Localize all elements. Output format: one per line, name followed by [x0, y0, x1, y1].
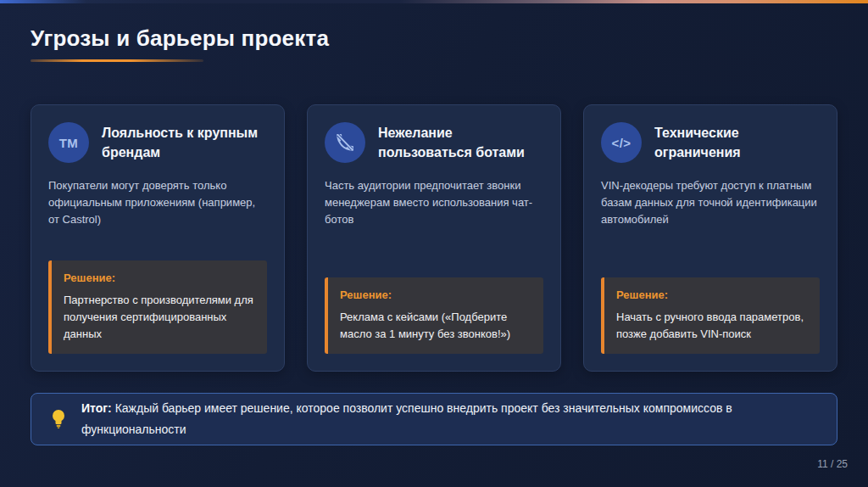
solution-box: Решение: Начать с ручного ввода параметр…: [601, 277, 820, 354]
slide-header: Угрозы и барьеры проекта: [31, 25, 329, 62]
card-description: Покупатели могут доверять только официал…: [48, 177, 267, 228]
solution-text: Партнерство с производителями для получе…: [64, 292, 254, 343]
solution-box: Решение: Реклама с кейсами («Подберите м…: [325, 277, 543, 354]
solution-box: Решение: Партнерство с производителями д…: [48, 260, 267, 354]
summary-text: Итог: Каждый барьер имеет решение, котор…: [81, 398, 818, 440]
solution-text: Реклама с кейсами («Подберите масло за 1…: [340, 309, 531, 343]
card-title: Нежелание пользоваться ботами: [378, 123, 543, 162]
threat-cards-row: TM Лояльность к крупным брендам Покупате…: [31, 104, 837, 372]
phone-slash-icon-glyph: [334, 132, 356, 154]
solution-label: Решение:: [64, 271, 254, 284]
card-title: Технические ограничения: [654, 123, 820, 162]
code-icon-text: </>: [611, 136, 631, 150]
card-header: </> Технические ограничения: [601, 122, 820, 163]
solution-label: Решение:: [340, 288, 531, 301]
threat-card-technical-limits: </> Технические ограничения VIN-декодеры…: [583, 104, 837, 372]
card-title: Лояльность к крупным брендам: [102, 123, 267, 162]
card-description: Часть аудитории предпочитает звонки мене…: [325, 177, 543, 228]
top-accent-bar: [0, 0, 868, 3]
solution-label: Решение:: [616, 288, 807, 301]
card-header: Нежелание пользоваться ботами: [325, 122, 543, 163]
threat-card-bot-reluctance: Нежелание пользоваться ботами Часть ауди…: [307, 104, 561, 372]
phone-slash-icon: [325, 122, 365, 163]
lightbulb-icon: [50, 408, 67, 430]
title-underline: [31, 59, 203, 62]
page-number: 11 / 25: [817, 458, 848, 470]
threat-card-brand-loyalty: TM Лояльность к крупным брендам Покупате…: [31, 104, 285, 372]
card-description: VIN-декодеры требуют доступ к платным ба…: [601, 177, 820, 228]
card-header: TM Лояльность к крупным брендам: [48, 122, 267, 163]
summary-label: Итог:: [81, 401, 112, 415]
code-icon: </>: [601, 122, 642, 163]
trademark-icon-text: TM: [59, 136, 79, 150]
solution-text: Начать с ручного ввода параметров, позже…: [616, 309, 807, 343]
trademark-icon: TM: [48, 122, 89, 163]
lightbulb-icon-glyph: [50, 408, 67, 430]
summary-banner: Итог: Каждый барьер имеет решение, котор…: [31, 393, 837, 445]
page-title: Угрозы и барьеры проекта: [31, 25, 329, 52]
summary-body: Каждый барьер имеет решение, которое поз…: [81, 401, 732, 436]
